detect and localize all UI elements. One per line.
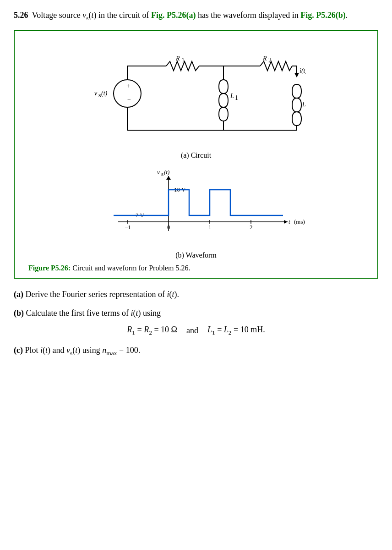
svg-text:v: v [94,90,98,97]
figure-caption: Figure P5.26: Circuit and waveform for P… [24,264,368,272]
svg-text:−1: −1 [125,224,131,231]
math-equation: R1 = R2 = 10 Ω and L1 = L2 = 10 mH. [14,325,378,336]
svg-text:v: v [157,169,160,176]
fig-ref-a: Fig. P5.26(a) [151,11,196,20]
question-c-text: Plot i(t) and vs(t) using nmax = 100. [25,346,140,355]
math-r1: R1 = R2 = 10 Ω [127,325,177,336]
caption-bold: Figure P5.26: [28,264,71,272]
svg-text:(ms): (ms) [294,218,305,225]
question-b-label: (b) [14,308,24,318]
math-l1: L1 = L2 = 10 mH. [207,325,265,336]
svg-text:(t): (t) [164,169,169,176]
question-a: (a) Derive the Fourier series representa… [14,288,378,301]
waveform-label: (b) Waveform [175,251,217,259]
svg-text:+: + [126,82,130,89]
circuit-container: .circ-text { font-family: "Times New Rom… [24,38,368,148]
question-b: (b) Calculate the first five terms of i(… [14,307,378,320]
svg-text:i(t): i(t) [299,67,306,75]
caption-text: Circuit and waveform for Problem 5.26. [72,264,190,272]
question-b-text: Calculate the first five terms of i(t) u… [26,308,161,318]
svg-text:t: t [289,218,290,225]
problem-number: 5.26 [14,9,28,23]
svg-text:−: − [127,96,131,103]
svg-text:0: 0 [167,224,170,231]
question-c: (c) Plot i(t) and vs(t) using nmax = 100… [14,344,378,358]
problem-header: 5.26 Voltage source vs(t) in the circuit… [14,9,378,23]
header-text: Voltage source vs(t) in the circuit of F… [32,9,348,23]
svg-text:s: s [161,170,163,177]
fig-ref-b: Fig. P5.26(b) [300,11,346,20]
svg-text:2: 2 [250,224,253,231]
svg-text:s: s [98,92,101,99]
svg-text:R: R [175,55,180,62]
svg-text:1: 1 [235,94,238,101]
svg-text:1: 1 [208,224,212,231]
question-a-text: Derive the Fourier series representation… [26,290,179,299]
waveform-diagram: .wave-text { font-family: "Times New Rom… [86,167,306,249]
svg-text:L: L [230,93,234,99]
question-c-label: (c) [14,346,23,355]
figure-box: .circ-text { font-family: "Times New Rom… [14,30,378,279]
svg-marker-15 [294,73,299,77]
question-a-label: (a) [14,290,23,299]
svg-marker-29 [166,176,171,180]
circuit-diagram: .circ-text { font-family: "Times New Rom… [86,38,306,148]
waveform-container: .wave-text { font-family: "Times New Rom… [24,167,368,249]
svg-marker-27 [284,220,288,224]
svg-text:L: L [302,101,306,108]
svg-text:R: R [262,55,267,62]
math-and: and [186,326,198,336]
svg-text:(t): (t) [101,90,108,97]
circuit-label: (a) Circuit [181,151,211,160]
